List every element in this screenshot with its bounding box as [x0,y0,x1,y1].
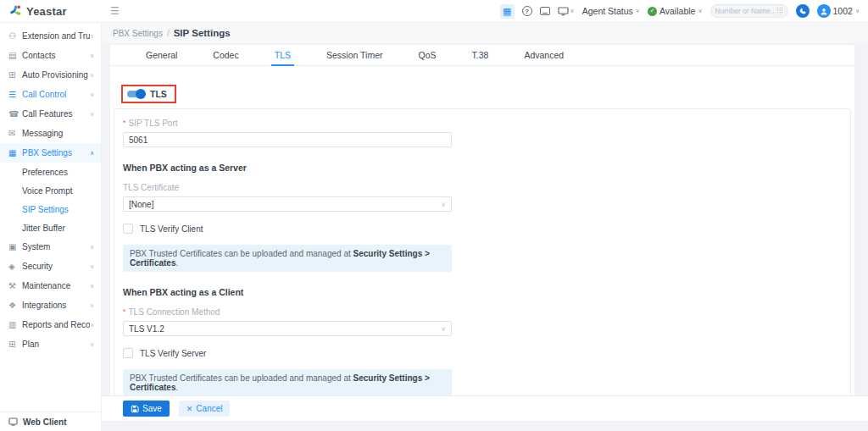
tls-certificate-label: TLS Certificate [123,183,179,192]
user-menu[interactable]: 1002 ∨ [817,4,860,18]
monitor-icon [558,7,569,16]
tls-verify-server-label: TLS Verify Server [140,349,206,358]
page-title: SIP Settings [174,28,231,38]
sidebar-item-auto-provisioning[interactable]: ⊞ Auto Provisioning ∨ [0,65,101,85]
message-icon: ✉ [8,129,22,138]
chevron-down-icon: ∨ [441,325,446,333]
sidebar-item-label: Call Features [22,109,90,119]
dial-search [710,4,788,18]
sidebar-item-label: PBX Settings [22,148,90,157]
tls-toggle-label: TLS [150,89,167,99]
tab-general[interactable]: General [142,45,181,65]
phone-icon: ☎ [8,109,22,119]
tls-form-panel: * SIP TLS Port When PBX acting as a Serv… [114,108,851,409]
chevron-down-icon: ∨ [90,341,94,348]
tls-toggle[interactable] [127,91,144,97]
sidebar-subitem-sip-settings[interactable]: SIP Settings [0,200,101,218]
call-button[interactable] [796,4,810,18]
sip-tls-port-input[interactable] [123,132,452,147]
chevron-down-icon: ∨ [855,8,860,14]
tls-certificate-select[interactable]: [None] ∨ [123,196,452,212]
save-button[interactable]: Save [123,401,170,417]
tls-verify-server-checkbox[interactable] [123,348,133,358]
tab-t38[interactable]: T.38 [469,45,492,65]
chevron-down-icon: ∨ [90,322,94,329]
chevron-down-icon: ∨ [636,8,640,14]
chevron-up-icon: ∧ [90,150,94,157]
sidebar-subitem-label: Jitter Buffer [22,224,65,233]
tls-connection-method-select[interactable]: TLS V1.2 ∨ [123,321,452,336]
cancel-button[interactable]: ✕ Cancel [179,401,231,417]
chevron-down-icon: ∨ [698,8,702,14]
tls-verify-client-label: TLS Verify Client [140,224,203,234]
chevron-down-icon: ∨ [90,283,94,290]
sidebar-item-system[interactable]: ▣ System ∨ [0,237,101,257]
required-marker: * [123,119,126,127]
app-window: Yeastar ☰ ▦ ? ∨ Agent Status ∨ ✓ Availab… [0,0,868,431]
top-header: Yeastar ☰ ▦ ? ∨ Agent Status ∨ ✓ Availab… [0,0,868,23]
tab-tls[interactable]: TLS [271,45,294,65]
apps-grid-icon[interactable]: ▦ [500,4,515,19]
main-content: PBX Settings / SIP Settings General Code… [102,23,868,431]
sidebar-subitem-jitter-buffer[interactable]: Jitter Buffer [0,218,101,237]
sidebar-item-call-features[interactable]: ☎ Call Features ∨ [0,104,101,124]
tls-verify-client-row[interactable]: TLS Verify Client [123,224,842,234]
tls-verify-server-row[interactable]: TLS Verify Server [123,348,842,358]
window-dock-icon[interactable] [540,7,550,15]
sidebar-subitem-preferences[interactable]: Preferences [0,163,101,181]
dial-search-input[interactable] [715,7,774,15]
web-client-label: Web Client [23,417,66,427]
save-icon [131,405,139,413]
brand-logo: Yeastar [0,4,102,18]
breadcrumb-parent[interactable]: PBX Settings [113,29,163,38]
sidebar-item-label: Messaging [22,129,94,138]
tab-session-timer[interactable]: Session Timer [323,45,387,65]
sidebar-item-call-control[interactable]: ☰ Call Control ∨ [0,85,101,104]
help-icon[interactable]: ? [522,6,532,16]
action-footer: Save ✕ Cancel [102,395,868,421]
tab-advanced[interactable]: Advanced [520,45,567,65]
collapse-sidebar-icon[interactable]: ☰ [110,5,120,17]
sidebar-item-security[interactable]: ◈ Security ∨ [0,257,101,276]
reports-icon: ▥ [8,320,22,329]
provisioning-grid-icon: ⊞ [8,70,22,80]
tls-certificate-label-row: TLS Certificate [123,183,842,192]
info-text: PBX Trusted Certificates can be uploaded… [130,373,353,383]
avatar [817,4,831,18]
sidebar-item-pbx-settings[interactable]: ▦ PBX Settings ∧ [0,143,101,163]
tls-connection-method-label: TLS Connection Method [129,307,220,317]
sidebar-item-label: Contacts [22,51,90,60]
sidebar-item-contacts[interactable]: ▤ Contacts ∨ [0,46,101,65]
sidebar-subitem-label: Voice Prompt [22,186,72,196]
puzzle-icon: ❖ [8,301,22,310]
info-period: . [175,383,178,392]
sidebar-subitem-voice-prompt[interactable]: Voice Prompt [0,181,101,200]
chevron-down-icon: ∨ [90,244,94,251]
agent-status-menu[interactable]: Agent Status ∨ [582,6,640,16]
availability-menu[interactable]: ✓ Available ∨ [648,6,703,16]
sidebar-item-integrations[interactable]: ❖ Integrations ∨ [0,296,101,315]
tls-certificate-value: [None] [129,200,441,209]
chevron-down-icon: ∨ [90,52,94,59]
sidebar-item-messaging[interactable]: ✉ Messaging [0,124,101,143]
sidebar-item-maintenance[interactable]: ⚒ Maintenance ∨ [0,276,101,296]
monitor-menu[interactable]: ∨ [558,7,575,16]
web-client-link[interactable]: Web Client [0,412,101,431]
breadcrumb-separator: / [167,29,170,38]
sidebar-item-plan[interactable]: ⊞ Plan ∨ [0,334,101,354]
tab-codec[interactable]: Codec [209,45,242,65]
tls-verify-client-checkbox[interactable] [123,224,133,234]
dialpad-icon[interactable] [777,8,783,15]
sidebar-item-label: Reports and Recordings [22,320,90,329]
sidebar-item-label: Security [22,262,90,271]
sidebar-item-extension-and-trunk[interactable]: ⚇ Extension and Trunk ∨ [0,26,101,46]
client-info-note: PBX Trusted Certificates can be uploaded… [123,369,452,396]
sliders-icon: ☰ [8,90,22,99]
cancel-label: Cancel [196,404,222,413]
web-client-icon [8,417,18,426]
sidebar-item-label: Extension and Trunk [22,31,90,41]
tab-qos[interactable]: QoS [415,45,440,65]
plan-icon: ⊞ [8,340,22,349]
sidebar-item-reports-and-recordings[interactable]: ▥ Reports and Recordings ∨ [0,315,101,334]
sip-tls-port-label: SIP TLS Port [129,119,178,128]
